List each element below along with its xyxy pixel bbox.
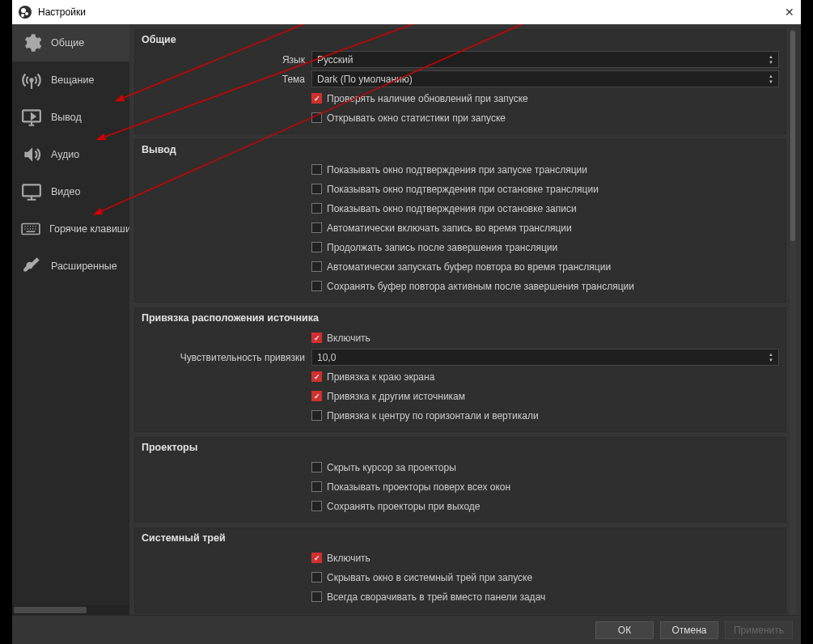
- settings-window: Настройки ✕ Общие Вещание Вывод: [12, 0, 801, 644]
- confirm-start-stream-checkbox[interactable]: [311, 164, 322, 175]
- group-output: Вывод Показывать окно подтверждения при …: [134, 139, 786, 303]
- antenna-icon: [20, 69, 43, 91]
- sidebar-item-label: Аудио: [51, 149, 79, 160]
- group-general: Общие Язык Русский ▲▼ Тема Dark (По умо: [134, 29, 786, 134]
- open-stats-label: Открывать окно статистики при запуске: [327, 112, 506, 124]
- keyboard-icon: [20, 218, 41, 240]
- checkbox-label: Показывать окно подтверждения при запуск…: [327, 164, 587, 176]
- sidebar-item-video[interactable]: Видео: [12, 173, 129, 210]
- chevron-updown-icon: ▲▼: [765, 72, 777, 86]
- gear-icon: [20, 32, 43, 54]
- checkbox-label: Включить: [327, 553, 371, 564]
- sidebar-hscrollbar[interactable]: [12, 605, 129, 615]
- checkbox-label: Показывать проекторы поверх всех окон: [327, 481, 510, 493]
- language-value: Русский: [317, 54, 354, 66]
- checkbox-label: Сохранять проекторы при выходе: [327, 501, 481, 512]
- chevron-updown-icon: ▲▼: [765, 53, 777, 66]
- checkbox-label: Показывать окно подтверждения при остано…: [327, 203, 577, 214]
- sidebar-item-stream[interactable]: Вещание: [12, 61, 129, 99]
- checkbox-label: Включить: [327, 333, 371, 344]
- language-combo[interactable]: Русский ▲▼: [311, 51, 779, 68]
- tray-minimize-checkbox[interactable]: [311, 591, 322, 602]
- group-title: Проекторы: [142, 442, 779, 453]
- checkbox-label: Автоматически запускать буфер повтора во…: [327, 261, 611, 273]
- snap-sensitivity-label: Чувствительность привязки: [142, 352, 311, 363]
- proj-save-on-exit-checkbox[interactable]: [311, 501, 322, 511]
- sidebar-item-label: Общие: [51, 37, 84, 49]
- checkbox-label: Показывать окно подтверждения при остано…: [327, 184, 599, 195]
- checkbox-label: Привязка к краю экрана: [327, 371, 434, 383]
- sidebar-item-label: Вывод: [51, 112, 82, 123]
- sidebar-item-hotkeys[interactable]: Горячие клавиши: [12, 210, 129, 248]
- sidebar-item-label: Горячие клавиши: [49, 223, 129, 235]
- snap-sensitivity-value: 10,0: [317, 352, 336, 363]
- snap-center-checkbox[interactable]: [311, 410, 322, 421]
- group-title: Общие: [142, 34, 779, 45]
- snap-edge-checkbox[interactable]: [311, 371, 322, 382]
- snap-others-checkbox[interactable]: [311, 391, 322, 401]
- sidebar-item-advanced[interactable]: Расширенные: [12, 248, 129, 285]
- content-area: Общие Вещание Вывод Аудио: [12, 24, 801, 615]
- close-icon[interactable]: ✕: [770, 6, 794, 19]
- tray-enable-checkbox[interactable]: [311, 553, 322, 563]
- theme-label: Тема: [142, 74, 311, 85]
- checkbox-label: Сохранять буфер повтора активным после з…: [327, 281, 634, 292]
- sidebar-item-general[interactable]: Общие: [12, 24, 129, 61]
- keep-recording-checkbox[interactable]: [311, 242, 322, 252]
- confirm-stop-stream-checkbox[interactable]: [311, 184, 322, 194]
- snap-enable-checkbox[interactable]: [311, 333, 322, 343]
- keep-replay-buffer-checkbox[interactable]: [311, 281, 322, 291]
- group-title: Вывод: [142, 144, 779, 155]
- checkbox-label: Скрывать окно в системный трей при запус…: [327, 572, 532, 583]
- group-title: Привязка расположения источника: [142, 312, 779, 324]
- auto-record-checkbox[interactable]: [311, 222, 322, 233]
- check-updates-checkbox[interactable]: [311, 93, 322, 104]
- titlebar[interactable]: Настройки ✕: [12, 0, 801, 24]
- main-vscrollbar[interactable]: [790, 29, 796, 615]
- sidebar-item-label: Расширенные: [51, 261, 117, 272]
- group-tray: Системный трей Включить Скрывать окно в …: [134, 527, 786, 613]
- monitor-icon: [20, 180, 43, 203]
- open-stats-checkbox[interactable]: [311, 112, 322, 123]
- snap-sensitivity-input[interactable]: 10,0 ▲▼: [311, 349, 779, 366]
- language-label: Язык: [142, 54, 311, 66]
- sidebar-item-output[interactable]: Вывод: [12, 99, 129, 136]
- obs-logo-icon: [19, 6, 32, 19]
- sidebar: Общие Вещание Вывод Аудио: [12, 24, 129, 615]
- main-panel: Общие Язык Русский ▲▼ Тема Dark (По умо: [129, 24, 801, 615]
- checkbox-label: Привязка к другим источникам: [327, 391, 465, 402]
- group-snap: Привязка расположения источника Включить…: [134, 307, 786, 432]
- apply-button[interactable]: Применить: [725, 621, 793, 639]
- footer: ОК Отмена Применить: [12, 615, 801, 644]
- checkbox-label: Привязка к центру по горизонтали и верти…: [327, 410, 539, 422]
- tray-hide-on-start-checkbox[interactable]: [311, 572, 322, 583]
- check-updates-label: Проверять наличие обновлений при запуске: [327, 93, 528, 104]
- confirm-stop-record-checkbox[interactable]: [311, 203, 322, 214]
- checkbox-label: Всегда сворачивать в трей вместо панели …: [327, 591, 545, 603]
- cancel-button[interactable]: Отмена: [660, 621, 718, 639]
- svg-rect-2: [23, 184, 40, 196]
- sidebar-item-audio[interactable]: Аудио: [12, 136, 129, 173]
- sidebar-item-label: Вещание: [51, 74, 94, 86]
- proj-always-on-top-checkbox[interactable]: [311, 481, 322, 492]
- auto-replay-buffer-checkbox[interactable]: [311, 261, 322, 272]
- audio-icon: [20, 143, 43, 166]
- group-projectors: Проекторы Скрыть курсор за проекторы Пок…: [134, 437, 786, 523]
- output-icon: [20, 106, 43, 129]
- theme-combo[interactable]: Dark (По умолчанию) ▲▼: [311, 70, 779, 87]
- checkbox-label: Автоматически включать запись во время т…: [327, 222, 572, 234]
- checkbox-label: Продолжать запись после завершения транс…: [327, 242, 557, 253]
- ok-button[interactable]: ОК: [595, 621, 654, 639]
- sidebar-item-label: Видео: [51, 186, 81, 197]
- window-title: Настройки: [38, 6, 770, 18]
- proj-hide-cursor-checkbox[interactable]: [311, 462, 322, 472]
- chevron-updown-icon: ▲▼: [765, 350, 777, 364]
- checkbox-label: Скрыть курсор за проекторы: [327, 462, 456, 473]
- theme-value: Dark (По умолчанию): [317, 74, 413, 85]
- tools-icon: [20, 255, 43, 278]
- group-title: Системный трей: [142, 532, 779, 544]
